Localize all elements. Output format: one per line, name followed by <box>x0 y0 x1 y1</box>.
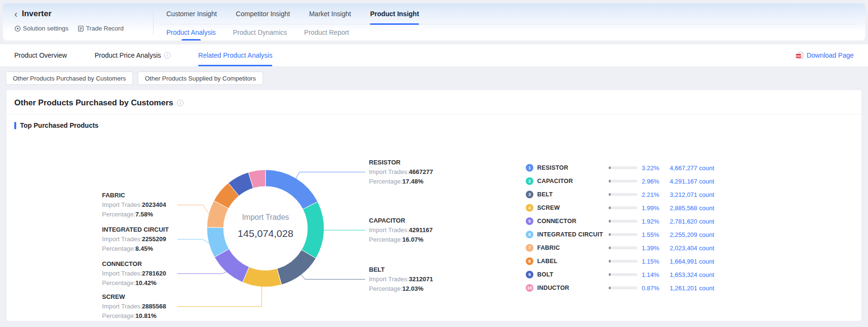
rank-row-label[interactable]: 8LABEL1.15%1,664,991 count <box>526 255 712 268</box>
rank-row-connector[interactable]: 5CONNECTOR1.92%2,781,620 count <box>526 215 712 228</box>
nav-tab-product-overview[interactable]: Product Overview <box>14 44 67 66</box>
tab-competitor-insight[interactable]: Competitor Insight <box>236 3 290 24</box>
back-chevron-icon[interactable]: ‹ <box>14 10 18 18</box>
rank-row-screw[interactable]: 4SCREW1.99%2,885,568 count <box>526 201 712 215</box>
download-page-link[interactable]: PDF Download Page <box>796 44 854 66</box>
donut-label-import: Import Trades:4291167 <box>369 225 433 235</box>
rank-product-name: FABRIC <box>537 245 609 251</box>
info-icon[interactable]: i <box>177 100 184 106</box>
filter-button-other-products-supplied-by-competitors[interactable]: Other Products Supplied by Competitors <box>138 72 263 85</box>
donut-label-import: Import Trades:4667277 <box>369 167 433 177</box>
solution-settings-button[interactable]: Solution settings <box>14 25 68 32</box>
download-page-label: Download Page <box>807 51 854 59</box>
rank-share-percent: 1.92% <box>637 218 659 225</box>
rank-badge: 1 <box>526 164 533 172</box>
rank-badge: 8 <box>526 257 533 265</box>
rank-share-percent: 3.22% <box>637 164 659 172</box>
rank-count: 2,885,568 count <box>659 204 712 212</box>
filter-button-other-products-purchased-by-customers[interactable]: Other Products Purchased by Customers <box>6 72 133 85</box>
donut-slice-screw[interactable] <box>243 267 282 287</box>
rank-progress-bar <box>609 193 637 196</box>
donut-label-percent: Percentage:8.45% <box>102 244 169 254</box>
rank-progress-bar <box>609 180 637 183</box>
filter-button-row: Other Products Purchased by CustomersOth… <box>6 72 263 85</box>
nav-tab-label: Related Product Analysis <box>198 51 273 59</box>
donut-label-percent: Percentage:16.07% <box>369 235 433 245</box>
rank-row-belt[interactable]: 3BELT2.21%3,212,071 count <box>526 188 712 201</box>
chart-subtitle: Top Purchased Products <box>20 122 99 129</box>
rank-progress-fill <box>609 246 611 249</box>
rank-progress-fill <box>609 166 611 169</box>
nav-tab-product-price-analysis[interactable]: Product Price Analysisi <box>94 44 170 66</box>
rank-badge: 5 <box>526 217 533 225</box>
tab-product-insight[interactable]: Product Insight <box>370 3 419 24</box>
donut-center-text: Import Trades 145,074,028 <box>213 213 318 239</box>
donut-label-percent: Percentage:17.48% <box>369 177 433 186</box>
donut-slice-resistor[interactable] <box>266 170 318 209</box>
rank-count: 2,781,620 count <box>659 218 712 225</box>
rank-progress-fill <box>609 206 611 209</box>
donut-label-percent: Percentage:7.58% <box>102 210 166 219</box>
donut-callout-line-fabric <box>177 205 209 214</box>
donut-label-screw: SCREWImport Trades:2885568Percentage:10.… <box>102 292 166 321</box>
donut-callout-line-resistor <box>296 172 365 178</box>
rank-product-name: BOLT <box>537 271 609 278</box>
donut-label-import: Import Trades:3212071 <box>369 275 433 284</box>
rank-count: 1,664,991 count <box>659 258 712 265</box>
rank-share-percent: 1.14% <box>637 271 659 278</box>
rank-badge: 4 <box>526 204 533 212</box>
vertical-divider <box>153 11 153 35</box>
donut-label-fabric: FABRICImport Trades:2023404Percentage:7.… <box>102 191 166 219</box>
rank-row-capacitor[interactable]: 2CAPACITOR2.96%4,291,167 count <box>526 174 712 188</box>
rank-progress-bar <box>609 166 637 169</box>
related-products-card: Other Products Purchased by Customers i … <box>7 90 861 321</box>
donut-slice-belt[interactable] <box>277 250 316 285</box>
donut-label-capacitor: CAPACITORImport Trades:4291167Percentage… <box>369 216 433 245</box>
rank-product-name: INTEGRATED CIRCUIT <box>537 231 609 238</box>
rank-progress-fill <box>609 273 611 276</box>
rank-progress-fill <box>609 180 611 183</box>
rank-progress-fill <box>609 260 611 263</box>
rank-row-fabric[interactable]: 7FABRIC1.39%2,023,404 count <box>526 241 712 255</box>
nav-tab-label: Product Overview <box>14 51 67 59</box>
rank-count: 1,261,201 count <box>659 285 712 292</box>
rank-progress-bar <box>609 233 637 236</box>
donut-label-connector: CONNECTORImport Trades:2781620Percentage… <box>102 259 166 288</box>
donut-label-name: INTEGRATED CIRCUIT <box>102 225 169 235</box>
rank-row-resistor[interactable]: 1RESISTOR3.22%4,667,277 count <box>526 161 712 174</box>
pdf-icon: PDF <box>796 51 804 59</box>
analysis-tabs: Product OverviewProduct Price AnalysisiR… <box>14 44 272 66</box>
donut-label-import: Import Trades:2255209 <box>102 235 169 244</box>
donut-callout-line-integrated-circuit <box>177 239 209 243</box>
tab-customer-insight[interactable]: Customer Insight <box>166 3 217 24</box>
rank-share-percent: 1.99% <box>637 204 659 212</box>
donut-center-label: Import Trades <box>213 213 318 222</box>
donut-label-import: Import Trades:2885568 <box>102 302 166 311</box>
page-title: Inverter <box>22 9 51 19</box>
nav-tab-label: Product Price Analysis <box>94 51 161 59</box>
rank-badge: 7 <box>526 244 533 252</box>
nav-tab-related-product-analysis[interactable]: Related Product Analysis <box>198 44 273 66</box>
subtab-product-report[interactable]: Product Report <box>304 24 349 41</box>
rank-row-integrated-circuit[interactable]: 6INTEGRATED CIRCUIT1.55%2,255,209 count <box>526 228 712 241</box>
subtab-product-analysis[interactable]: Product Analysis <box>166 24 216 41</box>
rank-product-name: SCREW <box>537 204 609 211</box>
donut-label-name: RESISTOR <box>369 158 433 167</box>
insight-tabs: Customer InsightCompetitor InsightMarket… <box>166 3 856 24</box>
info-icon[interactable]: i <box>164 52 171 59</box>
trade-record-button[interactable]: Trade Record <box>78 25 123 32</box>
tab-market-insight[interactable]: Market Insight <box>309 3 351 24</box>
donut-center-value: 145,074,028 <box>213 228 318 239</box>
rank-product-name: RESISTOR <box>537 164 609 171</box>
section-divider <box>7 114 861 114</box>
rank-progress-fill <box>609 286 611 289</box>
rank-row-inductor[interactable]: 10INDUCTOR0.87%1,261,201 count <box>526 281 712 295</box>
rank-progress-fill <box>609 233 611 236</box>
rank-product-name: BELT <box>537 191 609 198</box>
rank-share-percent: 1.39% <box>637 245 659 252</box>
accent-bar <box>14 122 16 129</box>
svg-text:PDF: PDF <box>796 55 802 58</box>
rank-row-bolt[interactable]: 9BOLT1.14%1,653,324 count <box>526 268 712 281</box>
subtab-product-dynamics[interactable]: Product Dynamics <box>233 24 287 41</box>
rank-product-name: CONNECTOR <box>537 218 609 225</box>
